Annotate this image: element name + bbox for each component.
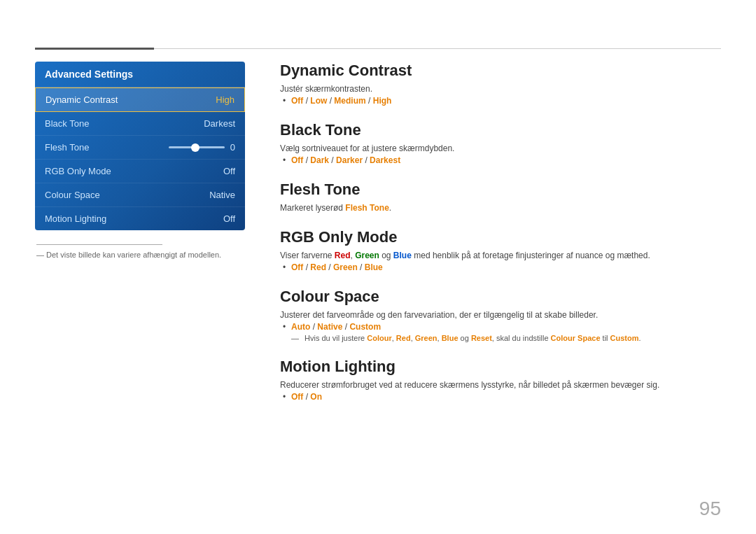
option-medium: Medium [334,96,365,106]
menu-item-value: Off [223,213,235,224]
section-title-colour-space: Colour Space [280,288,721,306]
slider-track [169,146,225,148]
option-custom: Custom [349,322,381,332]
sep: / [329,155,336,165]
menu-item-label: RGB Only Mode [45,166,111,176]
menu-item-label: Flesh Tone [45,142,89,153]
section-rgb-only-mode: RGB Only Mode Viser farverne Red, Green … [280,228,721,272]
sep: / [327,96,334,106]
sep: / [342,322,349,332]
option-off: Off [291,96,303,106]
sep: / [363,155,370,165]
sep: / [303,392,310,402]
color-red: Red [335,251,351,260]
menu-item-black-tone[interactable]: Black Tone Darkest [35,112,245,136]
option-darkest: Darkest [370,155,400,165]
menu-title: Advanced Settings [35,62,245,87]
top-line-light [154,48,721,49]
top-divider [35,48,721,50]
sep: og [379,251,393,260]
slider-thumb [191,143,200,152]
section-colour-space: Colour Space Justerer det farveområde og… [280,288,721,342]
section-options-colour-space: Auto / Native / Custom [291,322,721,332]
desc-highlight: Flesh Tone [345,203,388,213]
option-low: Low [310,96,327,106]
section-desc-flesh-tone: Markeret lyserød Flesh Tone. [280,203,721,213]
section-options-dynamic-contrast: Off / Low / Medium / High [291,96,721,106]
option-green: Green [333,262,358,272]
sub-custom: Custom [610,334,639,342]
menu-item-value: High [216,94,234,105]
slider-row: 0 [163,142,235,153]
section-motion-lighting: Motion Lighting Reducerer strømforbruget… [280,358,721,402]
option-auto: Auto [291,322,310,332]
option-dark: Dark [310,155,329,165]
section-title-black-tone: Black Tone [280,121,721,139]
sep: / [303,96,310,106]
menu-item-label: Black Tone [45,118,89,129]
sep: / [358,262,365,272]
menu-item-rgb-only-mode[interactable]: RGB Only Mode Off [35,160,245,183]
menu-item-label: Colour Space [45,190,100,200]
section-desc-motion-lighting: Reducerer strømforbruget ved at reducere… [280,380,721,390]
option-darker: Darker [336,155,363,165]
option-off: Off [291,262,303,272]
menu-item-value: Off [223,166,235,176]
option-native: Native [317,322,342,332]
section-options-rgb-only-mode: Off / Red / Green / Blue [291,262,721,272]
sep: / [303,155,310,165]
section-desc-black-tone: Vælg sortniveauet for at justere skærmdy… [280,143,721,153]
desc-text: Markeret lyserød [280,203,345,213]
option-high: High [373,96,392,106]
desc-end: med henblik på at foretage finjusteringe… [412,251,650,260]
menu-item-label: Motion Lighting [45,213,106,224]
section-desc-colour-space: Justerer det farveområde og den farvevar… [280,310,721,320]
left-panel: Advanced Settings Dynamic Contrast High … [35,62,245,259]
menu-box: Advanced Settings Dynamic Contrast High … [35,62,245,230]
section-options-motion-lighting: Off / On [291,392,721,402]
menu-item-value: Darkest [204,118,235,129]
menu-item-value: Native [209,190,235,200]
color-blue: Blue [393,251,412,260]
sub-reset: Reset [471,334,492,342]
option-blue: Blue [365,262,383,272]
colour-space-sub-note: Hvis du vil justere Colour, Red, Green, … [291,334,721,342]
sep: / [366,96,373,106]
right-content: Dynamic Contrast Justér skærmkontrasten.… [280,62,721,499]
menu-item-dynamic-contrast[interactable]: Dynamic Contrast High [35,87,245,112]
menu-item-flesh-tone[interactable]: Flesh Tone 0 [35,136,245,160]
sub-note-text: Hvis du vil justere Colour, Red, Green, … [304,334,641,342]
slider-value: 0 [230,142,235,153]
section-title-flesh-tone: Flesh Tone [280,181,721,199]
sub-red: Red [396,334,411,342]
section-options-black-tone: Off / Dark / Darker / Darkest [291,155,721,165]
option-on: On [310,392,322,402]
section-desc-dynamic-contrast: Justér skærmkontrasten. [280,84,721,94]
desc-end: . [389,203,391,213]
sub-blue: Blue [442,334,458,342]
menu-item-colour-space[interactable]: Colour Space Native [35,183,245,207]
option-off: Off [291,155,303,165]
menu-item-label: Dynamic Contrast [46,94,118,105]
section-black-tone: Black Tone Vælg sortniveauet for at just… [280,121,721,165]
color-green: Green [355,251,379,260]
panel-note-text: ― Det viste billede kan variere afhængig… [36,251,245,259]
option-red: Red [310,262,326,272]
sub-colour: Colour [367,334,391,342]
sub-green: Green [415,334,438,342]
sep: / [310,322,317,332]
section-title-dynamic-contrast: Dynamic Contrast [280,62,721,80]
option-off: Off [291,392,303,402]
top-line-dark [35,48,154,50]
panel-note: ― Det viste billede kan variere afhængig… [35,244,245,259]
section-desc-rgb-only-mode: Viser farverne Red, Green og Blue med he… [280,251,721,260]
sub-colour-space: Colour Space [551,334,601,342]
section-title-motion-lighting: Motion Lighting [280,358,721,376]
sep: / [303,262,310,272]
menu-item-motion-lighting[interactable]: Motion Lighting Off [35,207,245,230]
panel-note-line [36,244,162,245]
sep: / [326,262,333,272]
section-title-rgb-only-mode: RGB Only Mode [280,228,721,246]
page-number: 95 [699,498,721,520]
desc-text: Viser farverne [280,251,335,260]
